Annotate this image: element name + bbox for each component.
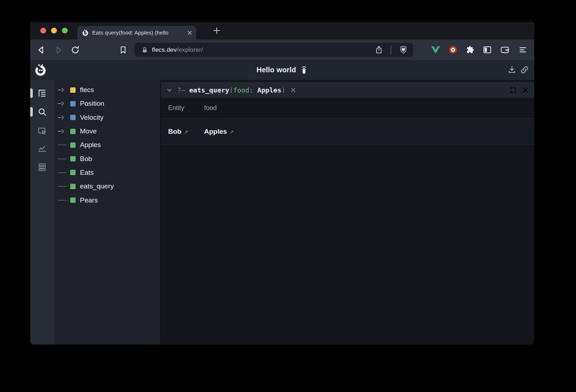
entity-color-swatch xyxy=(70,197,76,203)
url-domain: flecs.dev xyxy=(152,46,177,53)
minimize-window-button[interactable] xyxy=(51,28,57,33)
tab-title: Eats query(food: Apples) (hello xyxy=(92,29,184,36)
entity-color-swatch xyxy=(70,129,76,134)
table-row[interactable]: Bob↗ Apples↗ xyxy=(161,119,534,145)
icon-rail xyxy=(30,80,54,345)
browser-toolbar: flecs.dev/explorer/ xyxy=(30,40,534,60)
leaf-connector xyxy=(58,186,67,187)
app-header: Hello world xyxy=(30,60,534,80)
bookmark-icon[interactable] xyxy=(118,45,128,55)
sidebar-toggle-icon[interactable] xyxy=(482,45,492,55)
tree-item[interactable]: Position xyxy=(54,97,160,110)
entity-color-swatch xyxy=(70,156,76,161)
vue-devtools-extension-icon[interactable] xyxy=(431,45,441,55)
link-icon[interactable] xyxy=(520,65,529,74)
entity-color-swatch xyxy=(70,170,76,175)
close-window-button[interactable] xyxy=(40,28,46,33)
query-expression: ?– eats_query(food: Apples) xyxy=(177,86,285,94)
column-header-food: food xyxy=(204,104,217,112)
food-cell[interactable]: Apples xyxy=(204,128,227,136)
tree-item-label: Eats xyxy=(80,169,94,177)
tree-item[interactable]: Move xyxy=(54,124,160,138)
url-path: /explorer/ xyxy=(177,46,203,53)
expand-arrow-icon[interactable] xyxy=(57,87,66,92)
result-table-header: Entity food xyxy=(161,98,534,119)
entity-color-swatch xyxy=(70,87,76,93)
tab-favicon-flecs-icon xyxy=(82,29,89,36)
chevron-down-icon[interactable] xyxy=(166,87,173,94)
hexagon-extension-icon[interactable] xyxy=(448,45,458,55)
tree-item[interactable]: Apples xyxy=(54,138,160,152)
entity-tree: flecs Position Velocity Move Apples xyxy=(54,80,160,345)
forward-icon[interactable] xyxy=(53,45,63,55)
download-icon[interactable] xyxy=(507,65,517,74)
entity-link-icon[interactable]: ↗ xyxy=(184,129,188,135)
browser-window: Eats query(food: Apples) (hello flecs.de… xyxy=(30,20,534,345)
page-title: Hello world xyxy=(257,66,296,74)
fullscreen-icon[interactable] xyxy=(510,87,517,94)
tree-item-label: Move xyxy=(80,127,96,135)
chart-panel-icon[interactable] xyxy=(37,143,47,153)
back-icon[interactable] xyxy=(36,45,46,55)
expand-arrow-icon[interactable] xyxy=(57,115,66,120)
leaf-connector xyxy=(58,200,67,201)
traffic-lights xyxy=(40,28,68,33)
leaf-connector xyxy=(58,145,67,145)
entity-color-swatch xyxy=(70,184,76,189)
search-panel-icon[interactable] xyxy=(37,107,47,117)
query-clear-icon[interactable] xyxy=(290,86,297,94)
menu-icon[interactable] xyxy=(518,45,528,55)
tree-item[interactable]: flecs xyxy=(54,83,160,97)
entity-color-swatch xyxy=(70,101,76,106)
leaf-connector xyxy=(58,172,67,173)
flecs-logo-icon[interactable] xyxy=(34,63,47,77)
tree-item[interactable]: Bob xyxy=(54,152,160,165)
reload-icon[interactable] xyxy=(70,45,80,55)
active-panel-indicator xyxy=(30,107,33,117)
tree-item-label: eats_query xyxy=(80,182,114,190)
zoom-window-button[interactable] xyxy=(62,28,68,33)
tree-item-label: Position xyxy=(80,100,104,108)
url-text: flecs.dev/explorer/ xyxy=(152,46,203,54)
panel-close-icon[interactable] xyxy=(522,87,529,94)
tab-strip: Eats query(food: Apples) (hello xyxy=(30,20,534,40)
new-tab-button[interactable] xyxy=(211,25,222,36)
tree-item-label: Velocity xyxy=(80,114,103,122)
tree-item[interactable]: Eats xyxy=(54,166,160,179)
toolbar-divider xyxy=(391,45,391,55)
tree-item[interactable]: Velocity xyxy=(54,111,160,124)
entity-cell[interactable]: Bob xyxy=(168,128,181,136)
result-table-body: Bob↗ Apples↗ xyxy=(161,119,534,145)
tree-item-label: Apples xyxy=(80,141,101,149)
tree-item-label: flecs xyxy=(80,86,94,94)
leaf-connector xyxy=(58,159,67,159)
query-panel-header: ?– eats_query(food: Apples) xyxy=(161,82,534,98)
stats-panel-icon[interactable] xyxy=(37,163,47,172)
inspector-panel-icon[interactable] xyxy=(37,126,47,136)
active-panel-indicator xyxy=(30,88,33,98)
browser-tab[interactable]: Eats query(food: Apples) (hello xyxy=(77,26,196,40)
entity-color-swatch xyxy=(70,142,76,148)
tree-item[interactable]: Pears xyxy=(54,193,160,207)
share-icon[interactable] xyxy=(374,45,383,54)
entity-color-swatch xyxy=(70,115,76,120)
column-header-entity: Entity xyxy=(168,104,204,112)
tree-item-label: Bob xyxy=(80,155,92,163)
wallet-icon[interactable] xyxy=(500,45,510,55)
food-link-icon[interactable]: ↗ xyxy=(229,129,234,135)
tree-item-label: Pears xyxy=(80,196,98,204)
extensions-puzzle-icon[interactable] xyxy=(465,45,475,55)
main-panel: ?– eats_query(food: Apples) Entity food xyxy=(160,80,534,345)
tab-close-icon[interactable] xyxy=(187,30,193,36)
tree-panel-icon[interactable] xyxy=(37,88,47,98)
brave-shield-icon[interactable] xyxy=(399,45,408,55)
tree-item[interactable]: eats_query xyxy=(54,179,160,193)
lock-icon xyxy=(141,46,148,54)
expand-arrow-icon[interactable] xyxy=(57,129,66,134)
remote-connection-icon[interactable] xyxy=(300,65,308,75)
url-bar[interactable]: flecs.dev/explorer/ xyxy=(134,43,413,57)
content-area: flecs Position Velocity Move Apples xyxy=(30,80,534,345)
expand-arrow-icon[interactable] xyxy=(57,101,66,106)
